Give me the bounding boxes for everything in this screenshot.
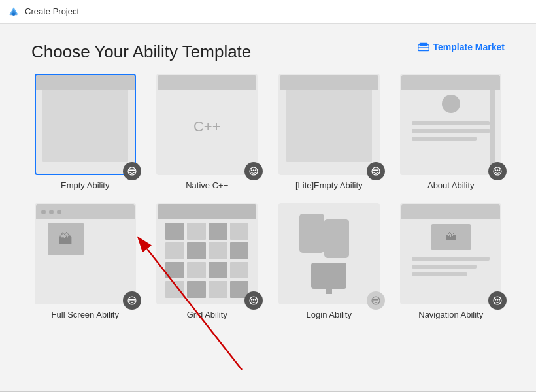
dot2: [49, 210, 54, 214]
thumb-native-cpp[interactable]: C++: [156, 74, 258, 175]
main-content: Choose Your Ability Template Template Ma…: [0, 24, 536, 392]
svg-point-20: [499, 169, 500, 171]
thumb-lite-empty[interactable]: [278, 74, 380, 175]
svg-point-16: [377, 169, 378, 171]
svg-point-7: [129, 169, 131, 171]
app-logo-icon: [8, 6, 20, 18]
card-label-lite-empty: [Lite]Empty Ability: [295, 180, 363, 190]
svg-point-21: [497, 169, 498, 171]
svg-point-24: [133, 299, 135, 300]
thumb-about-ability[interactable]: [400, 74, 501, 175]
svg-point-2: [12, 12, 16, 16]
thumb-navigation-ability[interactable]: 🏔: [400, 203, 501, 304]
grid-cells: [165, 223, 248, 298]
card-fullscreen-ability[interactable]: 🏔 Full Screen Ability: [31, 203, 139, 319]
thumb-fullscreen-ability[interactable]: 🏔: [35, 203, 136, 304]
store-icon: [418, 42, 429, 52]
svg-point-32: [377, 299, 378, 300]
svg-point-26: [250, 297, 258, 304]
card-about-ability[interactable]: About Ability: [397, 74, 505, 190]
badge-empty-ability: [123, 162, 141, 180]
phone-icon-2: [324, 219, 349, 258]
nav-line2: [412, 265, 477, 269]
card-native-cpp[interactable]: C++ Native C++: [154, 74, 261, 190]
card-label-native-cpp: Native C++: [186, 180, 228, 190]
card-grid-ability[interactable]: Grid Ability: [154, 203, 261, 319]
svg-point-14: [372, 167, 380, 175]
svg-point-15: [373, 169, 375, 171]
badge-login-ability: [367, 291, 385, 310]
svg-point-18: [494, 167, 501, 175]
svg-point-22: [128, 297, 136, 304]
svg-point-6: [128, 167, 136, 175]
card-label-login-ability: Login Ability: [307, 310, 352, 319]
card-lite-empty[interactable]: [Lite]Empty Ability: [275, 74, 383, 190]
card-navigation-ability[interactable]: 🏔 Navigation Ability: [397, 203, 505, 319]
svg-point-17: [375, 169, 377, 171]
badge-fullscreen-ability: [123, 291, 141, 310]
svg-point-9: [131, 169, 133, 171]
svg-point-12: [255, 169, 256, 171]
svg-point-35: [495, 299, 496, 300]
svg-point-10: [250, 167, 258, 175]
dot1: [41, 210, 46, 214]
svg-point-31: [373, 299, 375, 300]
card-label-grid-ability: Grid Ability: [187, 310, 227, 319]
nav-line1: [412, 257, 490, 261]
card-login-ability[interactable]: Login Ability: [275, 203, 383, 319]
svg-point-30: [372, 297, 380, 304]
svg-point-29: [253, 299, 254, 300]
badge-about-ability: [488, 162, 507, 180]
card-empty-ability[interactable]: Empty Ability: [31, 74, 139, 190]
card-label-navigation-ability: Navigation Ability: [418, 310, 483, 319]
nav-line3: [412, 272, 467, 276]
template-market-label: Template Market: [433, 42, 505, 52]
card-label-empty-ability: Empty Ability: [61, 180, 109, 190]
template-grid: Empty Ability C++ Native C++: [31, 74, 505, 319]
badge-native-cpp: [244, 162, 263, 180]
badge-navigation-ability: [488, 291, 507, 310]
thumb-grid-ability[interactable]: [156, 203, 258, 304]
svg-rect-4: [420, 43, 427, 45]
badge-lite-empty: [367, 162, 385, 180]
svg-point-36: [499, 299, 500, 300]
svg-point-33: [375, 299, 377, 300]
svg-point-19: [495, 169, 496, 171]
svg-point-34: [494, 297, 501, 304]
svg-point-23: [129, 299, 131, 300]
svg-point-8: [133, 169, 135, 171]
badge-grid-ability: [244, 291, 263, 310]
dot3: [57, 210, 61, 214]
svg-point-25: [131, 299, 133, 300]
monitor-icon: [311, 263, 346, 289]
top-bar: Create Project: [0, 0, 536, 24]
nav-image-placeholder: 🏔: [431, 224, 471, 250]
svg-point-28: [255, 299, 256, 300]
card-label-fullscreen-ability: Full Screen Ability: [52, 310, 119, 319]
template-market-button[interactable]: Template Market: [418, 42, 505, 52]
svg-point-27: [251, 299, 252, 300]
thumb-empty-ability[interactable]: [35, 74, 136, 175]
image-placeholder: 🏔: [48, 223, 84, 255]
topbar-title: Create Project: [25, 7, 79, 16]
svg-point-13: [253, 169, 254, 171]
phone-icon-1: [299, 214, 324, 253]
thumb-login-ability[interactable]: [278, 203, 380, 304]
card-label-about-ability: About Ability: [427, 180, 475, 190]
monitor-stand-icon: [326, 287, 332, 294]
svg-point-37: [497, 299, 498, 300]
svg-point-11: [251, 169, 252, 171]
